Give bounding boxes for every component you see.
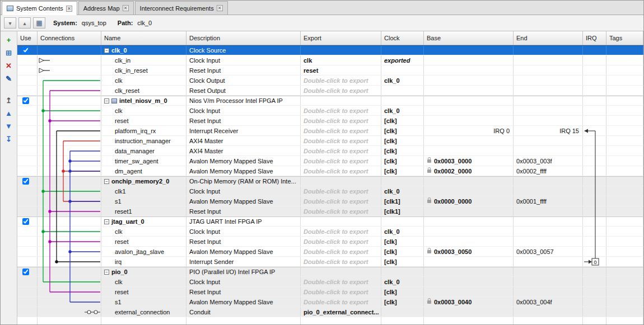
base-cell[interactable] bbox=[424, 76, 514, 85]
table-row[interactable]: clkClock OutputDouble-click to exportclk… bbox=[17, 76, 643, 86]
collapse-box-icon[interactable]: − bbox=[104, 48, 109, 53]
use-checkbox[interactable] bbox=[22, 178, 29, 185]
base-cell[interactable] bbox=[424, 277, 514, 286]
export-cell[interactable]: Double-click to export bbox=[301, 166, 381, 176]
base-cell[interactable]: 0x0003_0040 bbox=[424, 297, 514, 307]
base-cell[interactable] bbox=[424, 186, 514, 196]
table-row[interactable]: −intel_niosv_m_0Nios V/m Processor Intel… bbox=[17, 96, 643, 106]
collapse-box-icon[interactable]: − bbox=[104, 270, 109, 275]
export-cell[interactable]: Double-click to export bbox=[301, 156, 381, 166]
column-header-use[interactable]: Use bbox=[17, 31, 38, 45]
name-cell[interactable]: clk bbox=[101, 106, 186, 115]
table-row[interactable]: platform_irq_rxInterrupt ReceiverDouble-… bbox=[17, 126, 643, 136]
base-cell[interactable] bbox=[424, 106, 514, 115]
base-cell[interactable]: IRQ 0 bbox=[424, 126, 514, 135]
base-cell[interactable] bbox=[424, 237, 514, 246]
clock-cell[interactable] bbox=[381, 46, 424, 55]
connections-cell[interactable] bbox=[38, 146, 101, 156]
connections-cell[interactable] bbox=[38, 136, 101, 145]
connections-cell[interactable] bbox=[38, 126, 101, 135]
name-cell[interactable]: −intel_niosv_m_0 bbox=[101, 96, 186, 105]
export-cell[interactable] bbox=[301, 267, 381, 276]
clock-cell[interactable]: clk_0 bbox=[381, 76, 424, 85]
edit-button[interactable]: ✎ bbox=[3, 73, 15, 84]
clock-cell[interactable]: [clk] bbox=[381, 126, 424, 135]
table-row[interactable]: external_connectionConduitpio_0_external… bbox=[17, 307, 643, 317]
table-row[interactable]: clkClock InputDouble-click to exportclk_… bbox=[17, 227, 643, 237]
name-cell[interactable]: clk bbox=[101, 227, 186, 236]
connections-cell[interactable] bbox=[38, 247, 101, 256]
connections-cell[interactable] bbox=[38, 196, 101, 206]
name-cell[interactable]: irq bbox=[101, 257, 186, 266]
duplicate-button[interactable]: ⊞ bbox=[3, 48, 15, 58]
clock-cell[interactable]: [clk1] bbox=[381, 206, 424, 216]
clock-cell[interactable]: [clk] bbox=[381, 237, 424, 246]
base-cell[interactable] bbox=[424, 206, 514, 216]
base-cell[interactable] bbox=[424, 146, 514, 156]
table-row[interactable]: clk_in_resetReset Inputreset bbox=[17, 65, 643, 76]
table-row[interactable]: resetReset InputDouble-click to export[c… bbox=[17, 287, 643, 297]
table-row[interactable]: −pio_0PIO (Parallel I/O) Intel FPGA IP bbox=[17, 267, 643, 277]
name-cell[interactable]: external_connection bbox=[101, 307, 186, 317]
export-cell[interactable]: Double-click to export bbox=[301, 106, 381, 115]
table-row[interactable]: resetReset InputDouble-click to export[c… bbox=[17, 237, 643, 247]
collapse-box-icon[interactable]: − bbox=[104, 98, 109, 103]
name-cell[interactable]: −pio_0 bbox=[101, 267, 186, 276]
table-row[interactable]: −clk_0Clock Source bbox=[17, 45, 643, 55]
export-cell[interactable]: Double-click to export bbox=[301, 257, 381, 266]
column-header-export[interactable]: Export bbox=[301, 31, 381, 45]
connections-cell[interactable] bbox=[38, 116, 101, 125]
column-header-clock[interactable]: Clock bbox=[381, 31, 424, 45]
base-cell[interactable] bbox=[424, 267, 514, 276]
use-checkbox[interactable] bbox=[22, 218, 29, 225]
connections-cell[interactable] bbox=[38, 257, 101, 266]
table-row[interactable]: clk1Clock InputDouble-click to exportclk… bbox=[17, 186, 643, 196]
base-cell[interactable]: 0x0003_0050 bbox=[424, 247, 514, 256]
export-cell[interactable]: Double-click to export bbox=[301, 196, 381, 206]
base-cell[interactable] bbox=[424, 136, 514, 145]
connections-cell[interactable] bbox=[38, 206, 101, 216]
export-cell[interactable]: Double-click to export bbox=[301, 116, 381, 125]
base-cell[interactable] bbox=[424, 65, 514, 75]
name-cell[interactable]: clk_in_reset bbox=[101, 65, 186, 75]
export-cell[interactable] bbox=[301, 46, 381, 55]
name-cell[interactable]: reset bbox=[101, 237, 186, 246]
export-cell[interactable]: Double-click to export bbox=[301, 126, 381, 135]
close-icon[interactable]: ✕ bbox=[123, 5, 129, 11]
connections-cell[interactable] bbox=[38, 156, 101, 166]
name-cell[interactable]: clk_reset bbox=[101, 86, 186, 95]
clock-cell[interactable] bbox=[381, 65, 424, 75]
table-row[interactable]: −jtag_uart_0JTAG UART Intel FPGA IP bbox=[17, 216, 643, 227]
export-cell[interactable]: Double-click to export bbox=[301, 136, 381, 145]
base-cell[interactable]: 0x0003_0000 bbox=[424, 156, 514, 166]
export-cell[interactable]: Double-click to export bbox=[301, 206, 381, 216]
table-row[interactable]: irqInterrupt SenderDouble-click to expor… bbox=[17, 257, 643, 267]
clock-cell[interactable]: clk_0 bbox=[381, 106, 424, 115]
connections-cell[interactable] bbox=[38, 287, 101, 296]
add-button[interactable]: + bbox=[3, 35, 15, 45]
export-cell[interactable]: pio_0_external_connect... bbox=[301, 307, 381, 317]
clock-cell[interactable]: [clk1] bbox=[381, 196, 424, 206]
table-row[interactable]: s1Avalon Memory Mapped SlaveDouble-click… bbox=[17, 196, 643, 206]
name-cell[interactable]: s1 bbox=[101, 196, 186, 206]
export-cell[interactable]: Double-click to export bbox=[301, 277, 381, 286]
connections-cell[interactable] bbox=[38, 227, 101, 236]
connections-cell[interactable] bbox=[38, 186, 101, 196]
name-cell[interactable]: clk bbox=[101, 76, 186, 85]
base-cell[interactable] bbox=[424, 177, 514, 186]
table-row[interactable]: reset1Reset InputDouble-click to export[… bbox=[17, 206, 643, 216]
move-top-button[interactable]: ↥ bbox=[3, 95, 15, 106]
collapse-box-icon[interactable]: − bbox=[104, 219, 109, 224]
name-cell[interactable]: −jtag_uart_0 bbox=[101, 217, 186, 226]
base-cell[interactable]: 0x0002_0000 bbox=[424, 166, 514, 176]
base-cell[interactable] bbox=[424, 307, 514, 317]
move-bottom-button[interactable]: ↧ bbox=[3, 134, 15, 144]
export-cell[interactable] bbox=[301, 177, 381, 186]
name-cell[interactable]: clk bbox=[101, 277, 186, 286]
name-cell[interactable]: −onchip_memory2_0 bbox=[101, 177, 186, 186]
name-cell[interactable]: clk1 bbox=[101, 186, 186, 196]
column-header-tags[interactable]: Tags bbox=[606, 31, 643, 45]
tab-system-contents[interactable]: System Contents ✕ bbox=[2, 1, 77, 15]
base-cell[interactable]: 0x0000_0000 bbox=[424, 196, 514, 206]
export-cell[interactable] bbox=[301, 217, 381, 226]
